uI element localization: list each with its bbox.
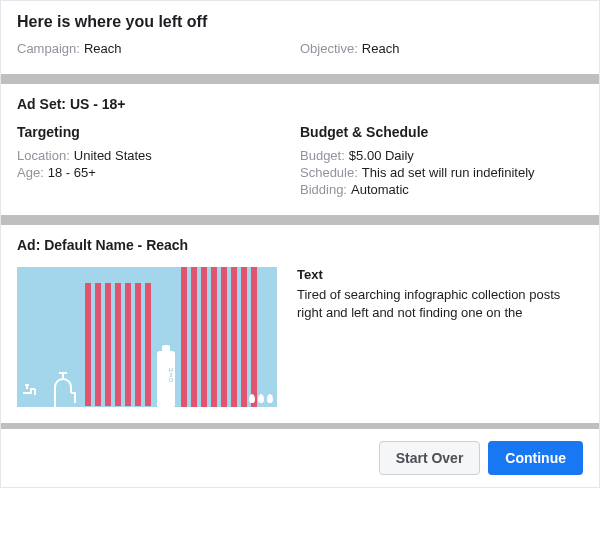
section-divider [1, 74, 599, 84]
age-value: 18 - 65+ [48, 165, 96, 180]
adset-title-value: US - 18+ [70, 96, 126, 112]
ad-text-body: Tired of searching infographic collectio… [297, 286, 583, 321]
continue-button[interactable]: Continue [488, 441, 583, 475]
budget-value: $5.00 Daily [349, 148, 414, 163]
adset-title-label: Ad Set: [17, 96, 66, 112]
location-label: Location: [17, 148, 70, 163]
budget-head: Budget & Schedule [300, 124, 583, 140]
schedule-row: Schedule: This ad set will run indefinit… [300, 165, 583, 180]
tap-icon [21, 379, 45, 403]
campaign-section: Here is where you left off Campaign: Rea… [1, 1, 599, 74]
bidding-value: Automatic [351, 182, 409, 197]
ad-creative-preview: H2O [17, 267, 277, 407]
targeting-head: Targeting [17, 124, 300, 140]
ad-section: Ad: Default Name - Reach H2O [1, 225, 599, 423]
budget-label: Budget: [300, 148, 345, 163]
bidding-row: Bidding: Automatic [300, 182, 583, 197]
age-row: Age: 18 - 65+ [17, 165, 300, 180]
schedule-value: This ad set will run indefinitely [362, 165, 535, 180]
campaign-label: Campaign: [17, 41, 80, 56]
objective-label: Objective: [300, 41, 358, 56]
section-divider [1, 215, 599, 225]
start-over-button[interactable]: Start Over [379, 441, 481, 475]
ad-title-value: Default Name - Reach [44, 237, 188, 253]
ad-text-head: Text [297, 267, 583, 282]
pump-icon [49, 371, 79, 407]
adset-title: Ad Set: US - 18+ [17, 96, 583, 112]
schedule-label: Schedule: [300, 165, 358, 180]
footer-actions: Start Over Continue [1, 429, 599, 487]
objective-value: Reach [362, 41, 400, 56]
objective-row: Objective: Reach [300, 41, 583, 56]
budget-row: Budget: $5.00 Daily [300, 148, 583, 163]
location-value: United States [74, 148, 152, 163]
campaign-row: Campaign: Reach [17, 41, 300, 56]
bidding-label: Bidding: [300, 182, 347, 197]
location-row: Location: United States [17, 148, 300, 163]
review-panel: Here is where you left off Campaign: Rea… [0, 0, 600, 488]
page-title: Here is where you left off [17, 13, 583, 31]
ad-title: Ad: Default Name - Reach [17, 237, 583, 253]
age-label: Age: [17, 165, 44, 180]
campaign-value: Reach [84, 41, 122, 56]
drops-icon [249, 394, 273, 403]
ad-title-label: Ad: [17, 237, 40, 253]
adset-section: Ad Set: US - 18+ Targeting Location: Uni… [1, 84, 599, 215]
